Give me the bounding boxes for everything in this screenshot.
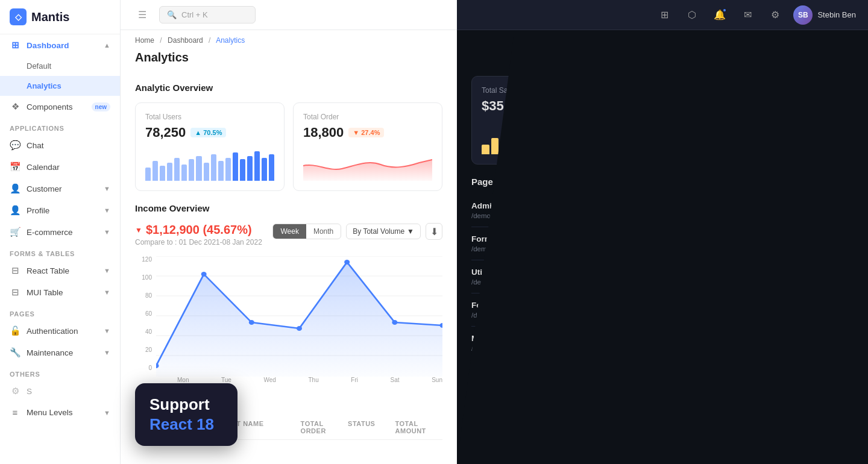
sidebar-item-mui-table[interactable]: ⊟ MUI Table ▼	[0, 281, 120, 303]
sidebar-profile-label: Profile	[27, 206, 49, 215]
section-forms: Forms & Tables	[0, 243, 120, 260]
pv-count-5: 3003	[835, 334, 854, 343]
pv-url-3: /demo/admin/util.html	[471, 278, 537, 286]
download-button[interactable]: ⬇	[426, 223, 442, 240]
sidebar-item-react-table[interactable]: ⊟ React Table ▼	[0, 260, 120, 281]
breadcrumb-home[interactable]: Home	[135, 36, 154, 45]
section-others: Others	[0, 363, 120, 380]
sidebar-item-maintenance[interactable]: 🔧 Maintenance ▼	[0, 342, 120, 363]
breadcrumb-section: Home / Dashboard / Analytics Analytics	[121, 30, 457, 71]
sidebar-analytics-label: Analytics	[27, 81, 61, 90]
customer-icon: 👤	[10, 183, 20, 194]
stat-label-orders: Total Order	[303, 113, 432, 121]
page-views-section: Page Views by Page Title Admin Home 7755…	[471, 177, 854, 359]
sidebar-item-analytics[interactable]: Analytics	[0, 76, 120, 96]
stat-value-row-users: 78,250 ▲ 70.5%	[145, 125, 274, 140]
sidebar-s-label: S	[27, 387, 32, 396]
user-profile[interactable]: SB Stebin Ben	[793, 5, 856, 25]
pv-count-3: 4848	[835, 268, 854, 277]
sidebar-default-label: Default	[27, 61, 51, 71]
bar-item	[145, 168, 151, 181]
stat-label-marketing: Total Marketing	[677, 86, 843, 95]
stat-card-users: Total Users 78,250 ▲ 70.5%	[135, 102, 285, 191]
chevron-down-volume: ▼	[407, 227, 414, 236]
bar-item	[254, 151, 260, 181]
search-bar[interactable]: 🔍 Ctrl + K	[159, 6, 256, 24]
orders-area-chart	[303, 148, 432, 181]
stat-card-sales: Total Sales $35,078 ▼ 27.4%	[471, 76, 658, 165]
sidebar-item-authentication[interactable]: 🔓 Authentication ▼	[0, 320, 120, 342]
sidebar-item-customer[interactable]: 👤 Customer ▼	[0, 178, 120, 199]
stat-card-orders: Total Order 18,800 ▼ 27.4%	[293, 102, 442, 191]
pv-url-4: /demo/admin/validation.html	[471, 312, 558, 319]
bar-item	[491, 138, 499, 155]
chat-icon: 💬	[10, 140, 20, 151]
grid-icon-button[interactable]: ⊞	[655, 5, 674, 25]
mui-table-icon: ⊟	[10, 287, 20, 298]
logo-text: Mantis	[31, 10, 69, 24]
sidebar-logo[interactable]: ◇ Mantis	[0, 0, 120, 34]
mail-button[interactable]: ✉	[738, 5, 757, 25]
sidebar-item-chat[interactable]: 💬 Chat	[0, 134, 120, 156]
sidebar-react-table-label: React Table	[27, 266, 69, 275]
dark-chart-area: Fri Sat Sun	[471, 365, 854, 464]
sidebar-item-default[interactable]: Default	[0, 56, 120, 76]
support-line1: Support	[149, 395, 223, 414]
sidebar-calendar-label: Calendar	[27, 163, 60, 172]
pv-item-2: Form Elements 5215 /demo/admin/forms.htm…	[471, 227, 854, 260]
notification-badge	[722, 8, 727, 13]
search-icon: 🔍	[167, 10, 177, 19]
sidebar-item-calendar[interactable]: 📅 Calendar	[0, 156, 120, 178]
sidebar-item-menu-levels[interactable]: ≡ Menu Levels ▼	[0, 402, 120, 423]
settings-button[interactable]: ⚙	[766, 5, 785, 25]
breadcrumb-dashboard[interactable]: Dashboard	[168, 36, 203, 45]
stat-value-row-marketing: $1,12,083 ↗ 70.5%	[677, 98, 843, 114]
income-section: Income Overview ▼ $1,12,900 (45.67%) Com…	[135, 203, 442, 383]
month-button[interactable]: Month	[306, 224, 341, 239]
pv-url-1: /demo/admin/index.html	[471, 212, 545, 219]
page-title-row: Analytics	[135, 47, 442, 71]
volume-select[interactable]: By Total Volume ▼	[346, 224, 421, 239]
sidebar-item-dashboard[interactable]: ⊞ Dashboard ▲	[0, 34, 120, 56]
page-views-title: Page Views by Page Title	[471, 177, 854, 187]
bar-item	[500, 141, 508, 154]
sidebar-item-s[interactable]: ⚙ S	[0, 380, 120, 402]
sidebar-item-components[interactable]: ❖ Components new	[0, 96, 120, 118]
th-amount: TOTAL AMOUNT	[395, 420, 442, 434]
s-icon: ⚙	[10, 386, 20, 397]
bar-item	[603, 126, 611, 154]
bar-item	[519, 136, 527, 154]
new-badge: new	[92, 102, 110, 111]
income-header: ▼ $1,12,900 (45.67%) Compare to : 01 Dec…	[135, 223, 442, 246]
avatar: SB	[793, 5, 813, 25]
profile-icon: 👤	[10, 205, 20, 216]
sidebar-item-profile[interactable]: 👤 Profile ▼	[0, 199, 120, 221]
bar-item	[196, 156, 201, 181]
support-tooltip[interactable]: Support React 18	[135, 383, 237, 446]
breadcrumb-current: Analytics	[216, 36, 245, 45]
stat-card-marketing: Total Marketing $1,12,083 ↗ 70.5%	[667, 76, 854, 165]
menu-toggle-button[interactable]: ☰	[133, 5, 152, 25]
pv-count-1: 7755	[835, 201, 854, 211]
pv-pct-2: 28.53%	[830, 245, 854, 252]
diamond-icon-button[interactable]: ⬡	[682, 5, 702, 25]
pv-url-5: /demo/admin/modals.html	[471, 345, 551, 352]
x-axis: Mon Tue Wed Thu Fri Sat Sun	[156, 377, 442, 383]
sidebar-item-ecommerce[interactable]: 🛒 E-commerce ▼	[0, 221, 120, 243]
stat-badge-marketing: ↗ 70.5%	[741, 101, 775, 111]
grid-icon: ⊞	[661, 9, 668, 20]
pv-pct-1: 31.74%	[830, 212, 854, 219]
notification-button[interactable]: 🔔	[710, 5, 729, 25]
bar-item	[622, 130, 630, 154]
bar-item	[181, 165, 187, 181]
chevron-down-icon5: ▼	[104, 289, 110, 296]
week-button[interactable]: Week	[273, 224, 306, 239]
bar-item	[612, 133, 620, 154]
bar-item	[482, 145, 489, 155]
bar-item	[233, 152, 238, 181]
sidebar-maintenance-label: Maintenance	[27, 348, 73, 357]
pv-item-4: Form Validation 3275 /demo/admin/validat…	[471, 293, 854, 327]
menu-icon: ≡	[10, 407, 20, 418]
pv-count-2: 5215	[835, 234, 854, 244]
stat-value-marketing: $1,12,083	[677, 98, 736, 114]
